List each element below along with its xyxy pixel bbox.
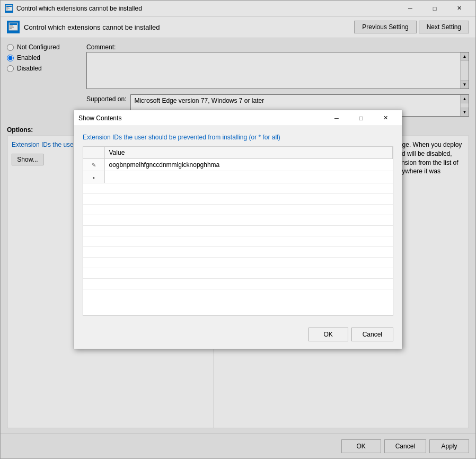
modal-body: Extension IDs the user should be prevent… bbox=[74, 126, 402, 323]
table-header-row: Value bbox=[83, 147, 393, 159]
value-input-2[interactable] bbox=[107, 172, 391, 182]
modal-ok-button[interactable]: OK bbox=[308, 328, 348, 341]
table-header-value: Value bbox=[104, 147, 393, 159]
empty-row bbox=[83, 258, 393, 268]
modal-cancel-button[interactable]: Cancel bbox=[351, 328, 393, 341]
empty-row bbox=[83, 194, 393, 205]
empty-row bbox=[83, 268, 393, 279]
show-contents-modal: Show Contents ─ □ ✕ Extension IDs the us… bbox=[74, 110, 402, 349]
modal-controls: ─ □ ✕ bbox=[324, 110, 398, 126]
table-header-num bbox=[83, 147, 104, 159]
empty-row bbox=[83, 183, 393, 194]
modal-overlay: Show Contents ─ □ ✕ Extension IDs the us… bbox=[1, 1, 475, 458]
empty-row bbox=[83, 236, 393, 247]
empty-row bbox=[83, 215, 393, 226]
table-row: ● bbox=[83, 171, 393, 183]
row-value-cell-1[interactable] bbox=[104, 159, 393, 171]
empty-row bbox=[83, 247, 393, 258]
empty-row bbox=[83, 226, 393, 236]
row-value-cell-2[interactable] bbox=[104, 171, 393, 183]
modal-maximize-button[interactable]: □ bbox=[349, 110, 373, 126]
table-body: ✎ ● bbox=[83, 159, 393, 289]
empty-row bbox=[83, 205, 393, 215]
modal-minimize-button[interactable]: ─ bbox=[324, 110, 349, 126]
row-icon-2: ● bbox=[83, 171, 104, 183]
empty-row bbox=[83, 279, 393, 289]
table-row: ✎ bbox=[83, 159, 393, 171]
modal-title-bar: Show Contents ─ □ ✕ bbox=[74, 110, 402, 126]
modal-close-button[interactable]: ✕ bbox=[373, 110, 398, 126]
modal-footer: OK Cancel bbox=[74, 323, 402, 349]
value-input-1[interactable] bbox=[107, 160, 391, 170]
modal-description: Extension IDs the user should be prevent… bbox=[83, 134, 393, 141]
main-window: Control which extensions cannot be insta… bbox=[0, 0, 476, 459]
modal-title: Show Contents bbox=[78, 114, 121, 122]
row-icon-1: ✎ bbox=[83, 159, 104, 171]
modal-table-container: Value ✎ ● bbox=[83, 146, 393, 316]
modal-table: Value ✎ ● bbox=[83, 147, 393, 289]
